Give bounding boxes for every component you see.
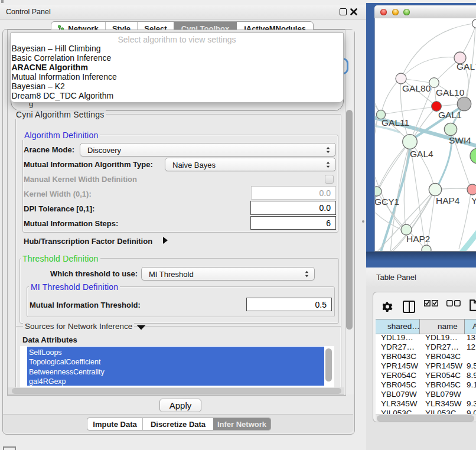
svg-text:GAL7: GAL7 xyxy=(457,61,476,71)
svg-text:SWI4: SWI4 xyxy=(449,135,471,145)
svg-text:HAP2: HAP2 xyxy=(406,234,431,244)
svg-text:GAL10: GAL10 xyxy=(436,87,465,97)
svg-text:GAL80: GAL80 xyxy=(402,83,431,93)
svg-text:GCY1: GCY1 xyxy=(375,197,399,207)
svg-text:GAL1: GAL1 xyxy=(438,110,462,120)
svg-text:YL: YL xyxy=(471,195,476,206)
svg-text:GAL4: GAL4 xyxy=(410,149,433,159)
svg-text:HAP4: HAP4 xyxy=(436,195,460,206)
svg-text:GAL11: GAL11 xyxy=(382,118,409,128)
